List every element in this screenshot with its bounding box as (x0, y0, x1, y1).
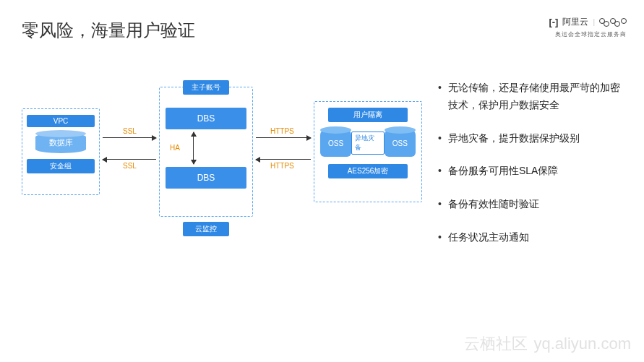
brand-bracket-icon: [-] (549, 17, 558, 27)
node-dbs-2: DBS (166, 167, 246, 189)
oss-bucket-2-icon: OSS (385, 129, 416, 157)
oss-bucket-1-icon: OSS (320, 129, 351, 157)
group-oss: 用户隔离 OSS 异地灾备 OSS AES256加密 (314, 101, 422, 202)
arrow-ha-vertical (193, 132, 194, 164)
tag-cloud-monitor: 云监控 (183, 222, 229, 236)
label-https-2: HTTPS (270, 162, 294, 170)
brand-logo-block: [-] 阿里云 | 奥运会全球指定云服务商 (549, 16, 627, 38)
brand-name: 阿里云 (562, 16, 588, 28)
arrow-ssl-right (103, 137, 156, 138)
tag-remote-dr: 异地灾备 (351, 132, 384, 155)
database-icon: 数据库 (35, 133, 86, 153)
watermark-url: yq.aliyun.com (533, 335, 631, 353)
tag-user-isolation: 用户隔离 (328, 108, 408, 122)
list-item: 备份服务可用性SLA保障 (438, 163, 622, 180)
brand-tagline: 奥运会全球指定云服务商 (549, 30, 627, 38)
watermark-text-cn: 云栖社区 (464, 333, 528, 355)
label-ssl-2: SSL (123, 162, 137, 170)
arrow-ssl-left (103, 159, 156, 160)
tag-security-group: 安全组 (27, 159, 95, 173)
list-item: 异地灾备，提升数据保护级别 (438, 130, 622, 147)
tag-vpc: VPC (27, 115, 95, 127)
tag-aes256: AES256加密 (328, 164, 408, 178)
label-ha: HA (170, 144, 180, 152)
label-https-1: HTTPS (270, 127, 294, 135)
database-label: 数据库 (35, 137, 86, 148)
node-dbs-1: DBS (166, 108, 246, 129)
slide-title: 零风险，海量用户验证 (22, 19, 195, 42)
group-source: VPC 数据库 安全组 (22, 108, 100, 195)
group-dbs: 主子账号 DBS HA DBS 云监控 (159, 87, 253, 217)
list-item: 备份有效性随时验证 (438, 196, 622, 213)
tag-account: 主子账号 (183, 80, 229, 95)
arrow-https-right (256, 137, 311, 138)
feature-list: 无论传输，还是存储使用最严苛的加密技术，保护用户数据安全 异地灾备，提升数据保护… (438, 79, 622, 262)
watermark: 云栖社区 yq.aliyun.com (464, 333, 631, 355)
olympic-rings-icon (599, 18, 627, 27)
architecture-diagram: VPC 数据库 安全组 主子账号 DBS HA DBS 云监控 用户隔离 OSS… (22, 87, 412, 231)
list-item: 无论传输，还是存储使用最严苛的加密技术，保护用户数据安全 (438, 79, 622, 114)
arrow-https-left (256, 159, 311, 160)
label-ssl-1: SSL (123, 127, 137, 135)
list-item: 任务状况主动通知 (438, 229, 622, 246)
